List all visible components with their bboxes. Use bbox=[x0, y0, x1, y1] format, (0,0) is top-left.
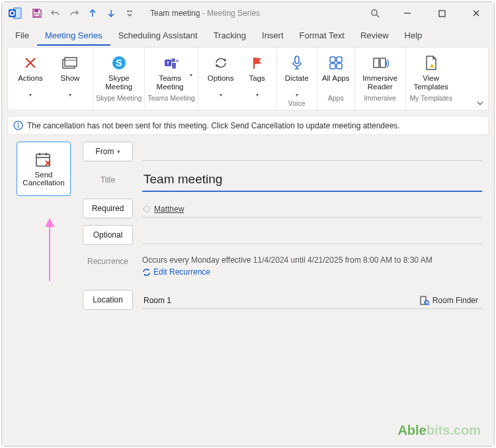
svg-rect-3 bbox=[34, 10, 38, 13]
svg-rect-19 bbox=[337, 64, 342, 69]
recurrence-text: Occurs every Monday effective 11/4/2024 … bbox=[142, 255, 482, 265]
tags-button[interactable]: Tags ▾ bbox=[241, 50, 274, 98]
next-item-button[interactable] bbox=[103, 5, 120, 22]
immersive-reader-icon bbox=[372, 53, 389, 73]
window-title-sub: Meeting Series bbox=[207, 9, 260, 18]
recurrence-label: Recurrence bbox=[83, 255, 133, 266]
watermark: Ablebits.com bbox=[397, 423, 481, 438]
optional-button[interactable]: Optional bbox=[83, 225, 133, 245]
microphone-icon bbox=[291, 53, 303, 73]
title-value: Team meeting bbox=[144, 172, 222, 188]
title-label: Title bbox=[83, 175, 133, 185]
close-button[interactable] bbox=[461, 3, 491, 23]
ribbon: Actions ▾ Show ▾ S Sky bbox=[7, 47, 489, 111]
tab-format-text[interactable]: Format Text bbox=[292, 26, 352, 46]
ribbon-group-templates: View Templates My Templates bbox=[406, 48, 456, 110]
attendee-chip[interactable]: Matthew bbox=[154, 204, 184, 214]
room-finder-button[interactable]: Room Finder bbox=[419, 295, 481, 306]
svg-point-5 bbox=[371, 9, 376, 15]
svg-rect-15 bbox=[295, 56, 299, 64]
tab-insert[interactable]: Insert bbox=[254, 26, 292, 46]
flag-icon bbox=[251, 53, 264, 73]
titlebar: Team meeting - Meeting Series bbox=[2, 2, 494, 24]
svg-text:S: S bbox=[116, 58, 122, 68]
ribbon-group-teams: T Teams Meeting ▾ Teams Meeting bbox=[145, 48, 198, 110]
search-button[interactable] bbox=[362, 3, 388, 23]
group-label-apps: Apps bbox=[320, 93, 352, 103]
send-cancel-line2: Cancellation bbox=[22, 179, 64, 187]
undo-button[interactable] bbox=[47, 5, 64, 22]
group-label-teams: Teams Meeting bbox=[147, 93, 194, 103]
location-value: Room 1 bbox=[144, 296, 171, 305]
tab-tracking[interactable]: Tracking bbox=[206, 26, 254, 46]
svg-point-12 bbox=[176, 60, 179, 62]
svg-rect-4 bbox=[35, 14, 40, 17]
quick-access-toolbar bbox=[28, 5, 138, 22]
save-button[interactable] bbox=[28, 5, 46, 22]
redo-button[interactable] bbox=[65, 5, 83, 22]
apps-grid-icon bbox=[329, 53, 343, 73]
calendar-cancel-icon bbox=[34, 151, 53, 168]
all-apps-button[interactable]: All Apps bbox=[320, 50, 352, 93]
meeting-form: Send Cancellation From ▾ Title Team meet… bbox=[17, 142, 482, 310]
send-cancel-line1: Send bbox=[22, 171, 64, 179]
group-label-voice: Voice bbox=[280, 98, 314, 109]
calendar-stack-icon bbox=[62, 53, 79, 73]
tab-file[interactable]: File bbox=[7, 26, 37, 46]
send-cancellation-button[interactable]: Send Cancellation bbox=[17, 142, 71, 196]
group-label-immersive: Immersive bbox=[358, 93, 403, 103]
group-label-templates: My Templates bbox=[409, 93, 454, 103]
ribbon-expand-button[interactable] bbox=[476, 99, 484, 107]
optional-input[interactable] bbox=[142, 226, 482, 244]
svg-point-21 bbox=[18, 123, 19, 124]
from-value[interactable] bbox=[142, 142, 482, 161]
required-button[interactable]: Required bbox=[83, 199, 133, 218]
chevron-down-icon: ▾ bbox=[69, 93, 71, 98]
required-input[interactable]: Matthew bbox=[142, 199, 482, 218]
templates-icon bbox=[424, 53, 438, 73]
tab-meeting-series[interactable]: Meeting Series bbox=[37, 26, 110, 46]
chevron-down-icon: ▾ bbox=[296, 93, 298, 98]
window-title-sep: - bbox=[200, 9, 207, 18]
from-button[interactable]: From ▾ bbox=[83, 142, 133, 161]
chevron-down-icon: ▾ bbox=[117, 148, 120, 155]
chevron-down-icon: ▾ bbox=[29, 93, 32, 98]
options-button[interactable]: Options ▾ bbox=[201, 50, 241, 98]
presence-icon bbox=[144, 206, 150, 212]
location-button[interactable]: Location bbox=[83, 290, 133, 310]
title-input[interactable]: Team meeting bbox=[142, 168, 482, 192]
edit-recurrence-link[interactable]: Edit Recurrence bbox=[142, 267, 482, 277]
svg-rect-8 bbox=[65, 58, 77, 66]
tab-help[interactable]: Help bbox=[397, 26, 431, 46]
teams-icon: T bbox=[163, 53, 180, 73]
tab-scheduling-assistant[interactable]: Scheduling Assistant bbox=[110, 26, 206, 46]
teams-meeting-button[interactable]: T Teams Meeting ▾ bbox=[149, 50, 194, 93]
outlook-icon bbox=[7, 5, 23, 21]
window-title-main: Team meeting bbox=[150, 9, 200, 18]
skype-meeting-button[interactable]: S Skype Meeting bbox=[97, 50, 142, 93]
info-icon bbox=[13, 120, 23, 130]
ribbon-group-immersive: Immersive Reader Immersive bbox=[355, 48, 406, 110]
maximize-button[interactable] bbox=[427, 3, 457, 23]
recurrence-icon bbox=[213, 53, 229, 73]
actions-button[interactable]: Actions ▾ bbox=[11, 50, 50, 98]
dictate-button[interactable]: Dictate ▾ bbox=[280, 50, 314, 98]
ribbon-tabs: File Meeting Series Scheduling Assistant… bbox=[2, 24, 494, 46]
refresh-icon bbox=[142, 268, 151, 277]
show-button[interactable]: Show ▾ bbox=[50, 50, 90, 98]
tab-review[interactable]: Review bbox=[352, 26, 397, 46]
previous-item-button[interactable] bbox=[84, 5, 101, 22]
svg-rect-17 bbox=[337, 57, 342, 62]
ribbon-group-skype: S Skype Meeting Skype Meeting bbox=[93, 48, 145, 110]
qat-customize-button[interactable] bbox=[121, 5, 138, 22]
svg-point-11 bbox=[171, 58, 175, 62]
immersive-reader-button[interactable]: Immersive Reader bbox=[358, 50, 403, 93]
ribbon-group-apps: All Apps Apps bbox=[317, 48, 355, 110]
delete-icon bbox=[23, 53, 38, 73]
location-input[interactable]: Room 1 Room Finder bbox=[142, 291, 482, 309]
ribbon-group-actions-show: Actions ▾ Show ▾ bbox=[8, 48, 93, 110]
minimize-button[interactable] bbox=[392, 3, 423, 23]
svg-rect-16 bbox=[330, 57, 335, 62]
chevron-down-icon: ▾ bbox=[220, 93, 222, 98]
view-templates-button[interactable]: View Templates bbox=[409, 50, 454, 93]
